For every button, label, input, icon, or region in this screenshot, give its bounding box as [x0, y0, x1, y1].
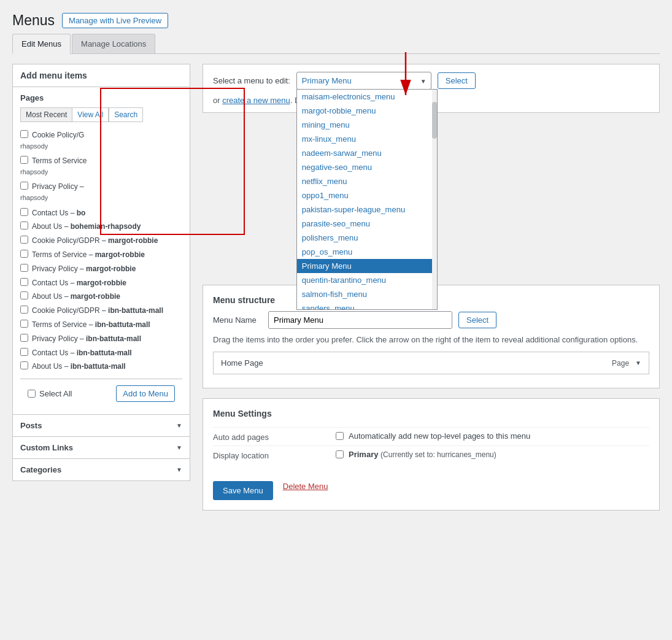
primary-label: Primary (Currently set to: hurricanes_me… — [349, 450, 496, 459]
create-new-menu-link[interactable]: create a new menu — [222, 96, 290, 105]
custom-links-header[interactable]: Custom Links ▼ — [13, 437, 190, 458]
dropdown-wrap: Primary Menu ▼ — [296, 72, 431, 90]
checkbox-about-1[interactable] — [20, 222, 28, 229]
dropdown-item[interactable]: sanders_menu — [297, 301, 437, 310]
sidebar-footer: Select All Add to Menu — [20, 379, 182, 408]
auto-add-checkbox[interactable] — [336, 432, 344, 440]
menu-settings: Menu Settings Auto add pages Automatical… — [203, 398, 660, 511]
pages-checkbox-list: Cookie Policy/G rhapsody Terms of Servic… — [20, 128, 182, 374]
display-location-label: Display location — [213, 450, 336, 460]
list-item: Privacy Policy – rhapsody — [20, 180, 182, 206]
tab-search[interactable]: Search — [109, 107, 143, 122]
menu-item-type: Page — [612, 359, 629, 368]
menu-settings-title: Menu Settings — [213, 409, 649, 418]
list-item: Cookie Policy/GDPR – ibn-battuta-mall — [20, 304, 182, 318]
delete-menu-link[interactable]: Delete Menu — [283, 482, 328, 491]
menu-instructions: Drag the items into the order you prefer… — [213, 335, 649, 344]
nav-tabs: Edit Menus Manage Locations — [12, 34, 660, 54]
checkbox-about-2[interactable] — [20, 291, 28, 299]
page-title: Menus — [12, 12, 55, 29]
dropdown-item[interactable]: maisam-electronics_menu — [297, 90, 437, 104]
list-item: Contact Us – bo — [20, 206, 182, 220]
chevron-down-icon: ▼ — [176, 444, 182, 451]
dropdown-item[interactable]: netflix_menu — [297, 174, 437, 188]
checkbox-contact-1[interactable] — [20, 208, 28, 216]
list-item: Privacy Policy – margot-robbie — [20, 262, 182, 276]
dropdown-item[interactable]: nadeem-sarwar_menu — [297, 146, 437, 160]
checkbox-contact-3[interactable] — [20, 348, 28, 356]
list-item: Terms of Service – margot-robbie — [20, 248, 182, 262]
posts-header[interactable]: Posts ▼ — [13, 415, 190, 436]
pages-section-title: Pages — [20, 93, 182, 102]
list-item: Cookie Policy/GDPR – margot-robbie — [20, 234, 182, 248]
menu-select[interactable]: Primary Menu — [296, 72, 431, 90]
save-inline-button[interactable]: Select — [458, 312, 496, 328]
select-all-checkbox[interactable] — [28, 390, 36, 398]
dropdown-item[interactable]: margot-robbie_menu — [297, 104, 437, 118]
tab-manage-locations[interactable]: Manage Locations — [72, 34, 155, 53]
chevron-down-icon: ▼ — [635, 360, 641, 366]
select-menu-bar: Select a menu to edit: Primary Menu ▼ ma… — [203, 64, 660, 113]
categories-section: Categories ▼ — [13, 458, 190, 480]
dropdown-item[interactable]: parasite-seo_menu — [297, 217, 437, 231]
menu-name-row: Menu Name Select — [213, 311, 649, 329]
list-item: Terms of Service – ibn-battuta-mall — [20, 318, 182, 332]
checkbox-privacy-2[interactable] — [20, 264, 28, 272]
auto-add-checkbox-label: Automatically add new top-level pages to… — [349, 431, 530, 441]
list-item: About Us – ibn-battuta-mall — [20, 360, 182, 374]
list-item: Contact Us – ibn-battuta-mall — [20, 346, 182, 360]
dropdown-item[interactable]: negative-seo_menu — [297, 160, 437, 174]
checkbox-terms-3[interactable] — [20, 320, 28, 328]
menu-sidebar: Add menu items Pages Most Recent View Al… — [12, 64, 190, 511]
select-all-label: Select All — [39, 389, 72, 398]
auto-add-pages-row: Auto add pages Automatically add new top… — [213, 427, 649, 445]
checkbox-cookie-2[interactable] — [20, 236, 28, 244]
display-location-value: Primary (Currently set to: hurricanes_me… — [336, 450, 649, 459]
checkbox-cookie-policy-1[interactable] — [20, 130, 28, 138]
custom-links-section: Custom Links ▼ — [13, 436, 190, 458]
dropdown-item[interactable]: quentin-tarantino_menu — [297, 273, 437, 287]
list-item: About Us – margot-robbie — [20, 290, 182, 304]
dropdown-item[interactable]: mx-linux_menu — [297, 132, 437, 146]
tab-edit-menus[interactable]: Edit Menus — [12, 34, 71, 54]
scrollbar-track — [432, 90, 437, 309]
scrollbar-thumb[interactable] — [432, 102, 437, 139]
dropdown-item-selected[interactable]: Primary Menu — [297, 259, 437, 273]
tab-most-recent[interactable]: Most Recent — [20, 107, 72, 122]
categories-header[interactable]: Categories ▼ — [13, 459, 190, 480]
posts-section: Posts ▼ — [13, 414, 190, 436]
dropdown-container: Primary Menu ▼ maisam-electronics_menu m… — [296, 72, 431, 90]
checkbox-privacy-3[interactable] — [20, 334, 28, 342]
view-tabs: Most Recent View All Search — [20, 107, 182, 122]
dropdown-item[interactable]: pop_os_menu — [297, 245, 437, 259]
list-item: About Us – bohemian-rhapsody — [20, 220, 182, 234]
checkbox-privacy-1[interactable] — [20, 182, 28, 190]
menu-name-label: Menu Name — [213, 315, 262, 325]
dropdown-item[interactable]: mining_menu — [297, 118, 437, 132]
list-item: Contact Us – margot-robbie — [20, 276, 182, 290]
checkbox-cookie-3[interactable] — [20, 306, 28, 314]
primary-location-checkbox[interactable] — [336, 450, 344, 458]
select-menu-label: Select a menu to edit: — [213, 76, 290, 85]
auto-add-value: Automatically add new top-level pages to… — [336, 431, 649, 441]
list-item: Terms of Service rhapsody — [20, 154, 182, 180]
dropdown-item[interactable]: salmon-fish_menu — [297, 287, 437, 301]
live-preview-button[interactable]: Manage with Live Preview — [62, 13, 168, 28]
checkbox-contact-2[interactable] — [20, 278, 28, 286]
chevron-down-icon: ▼ — [176, 466, 182, 473]
menu-name-input[interactable] — [268, 311, 452, 329]
dropdown-item[interactable]: polishers_menu — [297, 231, 437, 245]
add-to-menu-button[interactable]: Add to Menu — [116, 385, 175, 402]
checkbox-about-3[interactable] — [20, 361, 28, 369]
checkbox-terms-1[interactable] — [20, 156, 28, 164]
checkbox-terms-2[interactable] — [20, 250, 28, 258]
tab-view-all[interactable]: View All — [72, 107, 109, 122]
menu-editor: Select a menu to edit: Primary Menu ▼ ma… — [190, 64, 660, 511]
menu-item-row: Home Page Page ▼ — [213, 352, 649, 374]
dropdown-item[interactable]: oppo1_menu — [297, 188, 437, 202]
select-button[interactable]: Select — [438, 72, 476, 89]
add-menu-items-panel: Add menu items Pages Most Recent View Al… — [12, 64, 190, 481]
save-menu-button[interactable]: Save Menu — [213, 481, 273, 500]
dropdown-list-overlay[interactable]: maisam-electronics_menu margot-robbie_me… — [296, 89, 438, 310]
dropdown-item[interactable]: pakistan-super-league_menu — [297, 202, 437, 217]
